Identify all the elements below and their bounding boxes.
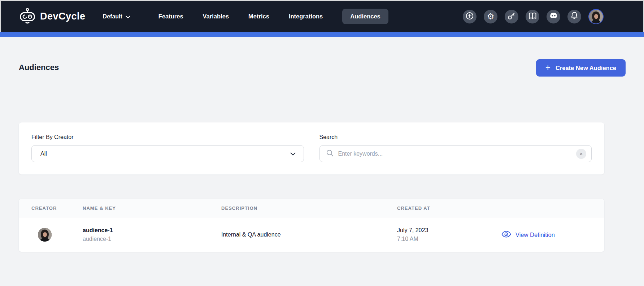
search-icon [326,149,334,159]
primary-nav: Features Variables Metrics Integrations … [158,9,388,24]
table-header-row: Creator Name & Key Description Created A… [19,199,604,217]
book-icon [528,12,537,21]
column-header-created-at: Created At [397,205,496,211]
clear-search-button[interactable]: × [576,149,586,159]
creator-filter-label: Filter By Creator [31,134,304,140]
nav-item-features[interactable]: Features [158,13,183,20]
creator-avatar [38,228,52,242]
nav-item-variables[interactable]: Variables [203,13,229,20]
plus-circle-icon [465,12,474,22]
settings-button[interactable]: ⚙ [484,10,497,23]
api-keys-button[interactable] [505,10,518,23]
audience-name: audience-1 [83,227,221,234]
audience-key: audience-1 [83,236,221,242]
created-time: 7:10 AM [397,236,496,242]
devcycle-robot-logo-icon [19,8,36,25]
project-selector-value: Default [103,13,122,20]
gear-icon: ⚙ [487,12,495,21]
top-navbar: DevCycle Default Features Variables Metr… [0,0,644,32]
brand-name: DevCycle [40,11,86,22]
discord-button[interactable] [547,10,560,23]
navbar-actions: ⚙ [463,9,604,24]
column-header-name-key: Name & Key [83,205,221,211]
docs-button[interactable] [526,10,539,23]
project-selector[interactable]: Default [103,13,130,20]
table-row: audience-1 audience-1 Internal & QA audi… [19,217,604,252]
creator-filter-select[interactable]: All [31,145,304,162]
add-circle-button[interactable] [463,10,477,23]
search-filter: Search × [319,134,592,174]
nav-item-audiences[interactable]: Audiences [342,9,388,24]
search-input[interactable] [338,151,576,157]
discord-icon [549,13,558,21]
filters-card: Filter By Creator All Search × [18,122,605,175]
eye-icon [501,231,511,239]
nav-item-metrics[interactable]: Metrics [248,13,269,20]
bell-icon [570,12,578,21]
accent-bar [0,32,644,37]
key-icon [508,12,515,21]
created-date: July 7, 2023 [397,227,496,234]
creator-filter-value: All [40,151,47,157]
creator-cell [31,228,83,242]
search-label: Search [319,134,592,140]
name-key-cell: audience-1 audience-1 [83,227,221,242]
user-avatar[interactable] [588,9,604,24]
view-definition-link[interactable]: View Definition [501,231,592,239]
create-button-label: Create New Audience [556,65,616,72]
chevron-down-icon [126,13,130,20]
creator-filter: Filter By Creator All [31,134,304,174]
view-definition-label: View Definition [515,231,555,238]
create-new-audience-button[interactable]: + Create New Audience [536,59,626,77]
chevron-down-icon [290,151,296,157]
nav-item-integrations[interactable]: Integrations [289,13,323,20]
column-header-creator: Creator [31,205,83,211]
page-header: Audiences + Create New Audience [18,37,626,86]
brand[interactable]: DevCycle [19,8,86,25]
page-title: Audiences [19,63,59,72]
column-header-description: Description [221,205,397,211]
audiences-table: Creator Name & Key Description Created A… [18,199,605,252]
close-icon: × [580,151,583,156]
plus-icon: + [545,63,551,72]
created-at-cell: July 7, 2023 7:10 AM [397,227,496,242]
search-box: × [319,145,592,162]
description-cell: Internal & QA audience [221,231,397,238]
notifications-button[interactable] [567,10,581,23]
